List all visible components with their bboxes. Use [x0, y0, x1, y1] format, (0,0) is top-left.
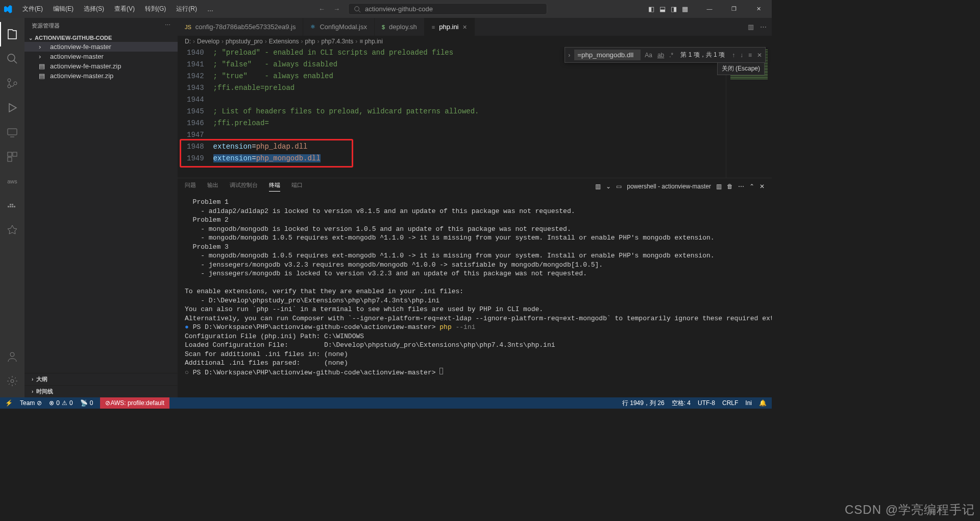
status-indent[interactable]: 空格: 4 — [672, 399, 691, 408]
tree-item-label: actionview-fe-master.zip — [50, 62, 121, 70]
layout-right-icon[interactable]: ◨ — [671, 5, 677, 13]
panel-shell-label[interactable]: powershell - actionview-master — [627, 183, 711, 190]
breadcrumb-item[interactable]: php7.4.3nts — [322, 38, 354, 45]
timeline-section[interactable]: ›时间线 — [24, 385, 178, 397]
tree-item[interactable]: ›actionview-fe-master — [24, 42, 178, 52]
tree-item[interactable]: ›actionview-master — [24, 52, 178, 61]
editor-body[interactable]: 1940194119421943194419451946194719481949… — [178, 47, 772, 178]
activity-account[interactable] — [0, 344, 24, 369]
sidebar: 资源管理器 ⋯ ⌄ ACTIONVIEW-GITHUB-CODE ›action… — [24, 18, 178, 397]
status-aws[interactable]: ⊘ AWS: profile:default — [100, 397, 169, 409]
svg-rect-10 — [13, 152, 17, 156]
breadcrumb-item[interactable]: phpstudy_pro — [226, 38, 263, 45]
activity-settings[interactable] — [0, 369, 24, 393]
activity-docker[interactable] — [0, 194, 24, 218]
status-team[interactable]: Team ⊘ — [20, 399, 42, 407]
panel-trash-icon[interactable]: 🗑 — [727, 183, 733, 190]
code-content[interactable]: ; "preload" - enabled in CLI scripts and… — [213, 47, 726, 178]
find-regex-icon[interactable]: .* — [668, 52, 674, 59]
panel-layout-icon[interactable]: ▥ — [595, 183, 601, 190]
sidebar-more-icon[interactable]: ⋯ — [165, 22, 170, 30]
layout-bottom-icon[interactable]: ⬓ — [659, 5, 666, 13]
maximize-button[interactable]: ❐ — [725, 6, 743, 12]
layout-left-icon[interactable]: ◧ — [648, 5, 654, 13]
svg-point-13 — [11, 380, 14, 383]
find-next-icon[interactable]: ↓ — [739, 52, 744, 59]
search-icon — [354, 6, 361, 13]
activity-remote[interactable] — [0, 120, 24, 145]
breadcrumb-item[interactable]: D: — [185, 38, 191, 45]
remote-indicator-icon[interactable]: ⚡ — [5, 399, 13, 407]
status-notifications-icon[interactable]: 🔔 — [759, 399, 767, 408]
status-cursor[interactable]: 行 1949，列 26 — [622, 399, 665, 408]
panel-tab[interactable]: 问题 — [185, 181, 196, 192]
status-problems[interactable]: ⊗ 0 ⚠ 0 — [49, 399, 72, 407]
menu-select[interactable]: 选择(S) — [80, 3, 108, 15]
panel-more-icon[interactable]: ⋯ — [738, 183, 744, 190]
panel-maximize-icon[interactable]: ⌃ — [749, 183, 754, 190]
find-case-icon[interactable]: Aa — [644, 52, 653, 59]
breadcrumb-item[interactable]: Extensions — [269, 38, 299, 45]
close-window-button[interactable]: ✕ — [749, 6, 768, 12]
activity-source-control[interactable] — [0, 71, 24, 96]
react-icon: ⚛ — [310, 23, 315, 30]
editor-tab[interactable]: ≡php.ini× — [425, 18, 475, 36]
editor-tab[interactable]: JSconfig-78d786ab55e573352ea9.js — [178, 18, 303, 36]
tab-split-icon[interactable]: ▥ — [748, 23, 754, 31]
menu-goto[interactable]: 转到(G) — [141, 3, 170, 15]
status-encoding[interactable]: UTF-8 — [698, 399, 715, 408]
svg-point-12 — [10, 352, 14, 357]
activity-search[interactable] — [0, 46, 24, 71]
breadcrumb-item[interactable]: php — [305, 38, 315, 45]
find-selection-icon[interactable]: ≡ — [747, 52, 753, 59]
menu-run[interactable]: 运行(R) — [172, 3, 201, 15]
editor-tab[interactable]: $deploy.sh — [375, 18, 425, 36]
layout-custom-icon[interactable]: ▦ — [682, 5, 688, 13]
activity-other[interactable] — [0, 218, 24, 243]
nav-forward-icon[interactable]: → — [333, 5, 340, 13]
tab-close-icon[interactable]: × — [463, 23, 467, 31]
find-close-icon[interactable]: ✕ — [756, 52, 763, 59]
status-ports[interactable]: 📡 0 — [80, 399, 93, 407]
panel-new-terminal-icon[interactable]: ▥ — [716, 183, 722, 190]
panel-close-icon[interactable]: ✕ — [760, 183, 765, 190]
menu-more[interactable]: … — [203, 4, 217, 15]
title-bar: 文件(E) 编辑(E) 选择(S) 查看(V) 转到(G) 运行(R) … ← … — [0, 0, 772, 18]
minimize-button[interactable]: — — [700, 6, 719, 12]
find-prev-icon[interactable]: ↑ — [731, 52, 736, 59]
ini-icon: ≡ — [432, 24, 435, 30]
panel-tab[interactable]: 调试控制台 — [230, 181, 258, 192]
activity-run-debug[interactable] — [0, 96, 24, 120]
menu-edit[interactable]: 编辑(E) — [49, 3, 78, 15]
activity-explorer[interactable] — [0, 22, 24, 46]
panel-tab[interactable]: 输出 — [207, 181, 218, 192]
panel-tab[interactable]: 端口 — [291, 181, 303, 192]
tree-item[interactable]: ▤actionview-master.zip — [24, 71, 178, 81]
status-lang[interactable]: Ini — [745, 399, 752, 408]
find-expand-icon[interactable]: › — [567, 52, 571, 59]
panel-tab[interactable]: 终端 — [269, 181, 280, 192]
activity-aws[interactable]: aws — [0, 169, 24, 194]
tab-more-icon[interactable]: ⋯ — [760, 23, 767, 31]
find-input[interactable] — [574, 50, 641, 60]
project-header[interactable]: ⌄ ACTIONVIEW-GITHUB-CODE — [24, 34, 178, 42]
menu-view[interactable]: 查看(V) — [110, 3, 139, 15]
tree-item[interactable]: ▤actionview-fe-master.zip — [24, 61, 178, 71]
vscode-logo — [4, 5, 12, 13]
outline-section[interactable]: ›大纲 — [24, 373, 178, 385]
nav-back-icon[interactable]: ← — [318, 5, 325, 13]
status-bar: ⚡ Team ⊘ ⊗ 0 ⚠ 0 📡 0 ⊘ AWS: profile:defa… — [0, 397, 772, 409]
menu-file[interactable]: 文件(E) — [18, 3, 47, 15]
terminal-output[interactable]: Problem 1 - adldap2/adldap2 is locked to… — [178, 195, 772, 397]
breadcrumb-item[interactable]: Develop — [197, 38, 219, 45]
breadcrumb[interactable]: D:›Develop›phpstudy_pro›Extensions›php›p… — [178, 36, 772, 47]
activity-extensions[interactable] — [0, 145, 24, 169]
tab-label: php.ini — [439, 23, 458, 31]
find-word-icon[interactable]: ab — [656, 52, 665, 59]
command-center[interactable]: actionview-github-code — [348, 3, 547, 15]
svg-point-5 — [8, 85, 11, 88]
status-eol[interactable]: CRLF — [722, 399, 738, 408]
editor-tab[interactable]: ⚛ConfigModal.jsx — [303, 18, 375, 36]
breadcrumb-item[interactable]: ≡ php.ini — [359, 38, 383, 45]
panel-split-dropdown-icon[interactable]: ⌄ — [606, 183, 611, 190]
